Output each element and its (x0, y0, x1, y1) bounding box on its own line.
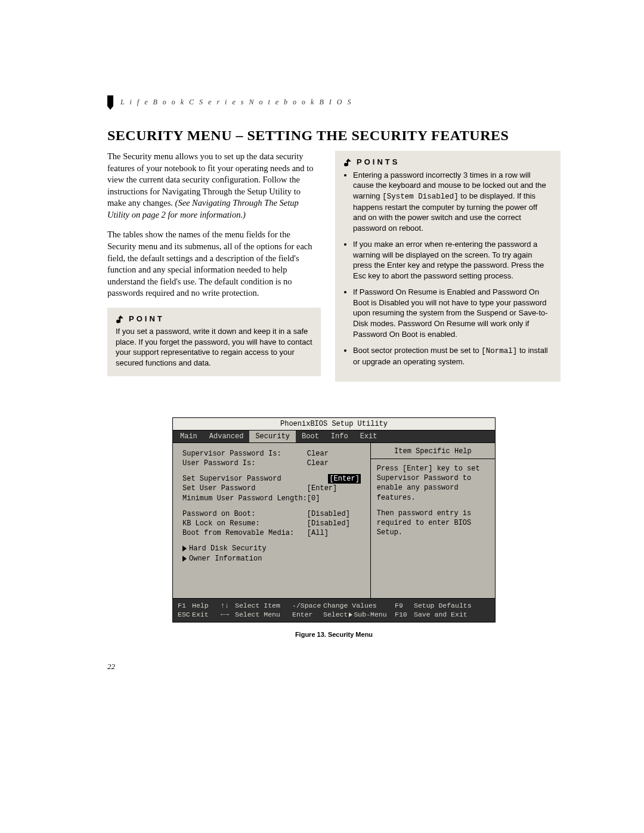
bios-row[interactable]: Set Supervisor Password[Enter] (182, 474, 361, 484)
bios-field-value[interactable]: [All] (307, 528, 361, 538)
bios-tab-bar: Main Advanced Security Boot Info Exit (173, 431, 495, 443)
points-list: Entering a password incorrectly 3 times … (343, 170, 552, 367)
p1-code: [System Disabled] (382, 193, 459, 201)
bios-field-value: Clear (307, 459, 361, 468)
bios-help-panel: Item Specific Help Press [Enter] key to … (371, 443, 495, 598)
page-number: 22 (107, 662, 561, 671)
action-exit: Exit (192, 610, 221, 620)
points-item: Entering a password incorrectly 3 times … (353, 170, 552, 234)
action-select-menu: Select Menu (235, 610, 292, 620)
key-esc: ESC (178, 610, 192, 620)
points-item: If you make an error when re-entering th… (353, 239, 552, 281)
key-updown: ↑↓ (221, 601, 235, 611)
bios-field-value: Clear (307, 449, 361, 459)
triangle-right-icon (182, 556, 187, 562)
bios-row[interactable]: Set User Password[Enter] (182, 484, 361, 493)
bios-field-value[interactable]: [Disabled] (307, 519, 361, 528)
key-f10: F10 (395, 610, 414, 620)
key-f9: F9 (395, 601, 414, 611)
bios-screenshot: PhoenixBIOS Setup Utility Main Advanced … (172, 417, 496, 623)
bios-field-label: Set Supervisor Password (182, 474, 328, 484)
bios-title: PhoenixBIOS Setup Utility (173, 418, 495, 431)
bios-help-text-1: Press [Enter] key to set Supervisor Pass… (377, 464, 489, 503)
bios-tab-main[interactable]: Main (174, 431, 203, 442)
bios-submenu[interactable]: Hard Disk Security (182, 544, 361, 553)
bios-field-value[interactable]: [Enter] (307, 484, 361, 493)
svg-point-1 (116, 320, 120, 323)
points-item: If Password On Resume is Enabled and Pas… (353, 287, 552, 339)
bios-field-label: Set User Password (182, 484, 307, 493)
bios-submenu[interactable]: Owner Information (182, 554, 361, 563)
header-marker-icon (107, 95, 113, 110)
bios-footer-row: F1 Help ↑↓ Select Item -/Space Change Va… (178, 601, 490, 611)
point-callout: POINT If you set a password, write it do… (107, 308, 321, 377)
bios-tab-exit[interactable]: Exit (354, 431, 383, 442)
action-select-submenu: SelectSub-Menu (323, 610, 395, 620)
p2-pre: If you make an error when re-entering th… (353, 240, 544, 280)
bios-row[interactable]: Boot from Removable Media:[All] (182, 528, 361, 538)
bios-footer: F1 Help ↑↓ Select Item -/Space Change Va… (173, 598, 495, 622)
bios-row: Supervisor Password Is:Clear (182, 449, 361, 459)
bios-body: Supervisor Password Is:Clear User Passwo… (173, 443, 495, 598)
bios-field-label: Minimum User Password Length: (182, 494, 307, 503)
points-title-row: POINTS (343, 157, 552, 168)
document-page: L i f e B o o k C S e r i e s N o t e b … (0, 0, 644, 707)
bios-row[interactable]: Minimum User Password Length:[0] (182, 494, 361, 503)
points-title: POINTS (357, 157, 400, 168)
points-callout: POINTS Entering a password incorrectly 3… (335, 151, 561, 382)
key-enter: Enter (292, 610, 323, 620)
action-select-item: Select Item (235, 601, 292, 611)
bios-field-label: Password on Boot: (182, 509, 307, 519)
bios-tab-security[interactable]: Security (249, 431, 296, 442)
p4-code: [Normal] (481, 347, 517, 355)
svg-marker-0 (107, 95, 113, 110)
p3-pre: If Password On Resume is Enabled and Pas… (353, 287, 548, 338)
bios-row: User Password Is:Clear (182, 459, 361, 468)
intro-paragraph-1: The Security menu allows you to set up t… (107, 151, 321, 221)
bios-field-label: Supervisor Password Is: (182, 449, 307, 459)
bios-tab-advanced[interactable]: Advanced (203, 431, 250, 442)
action-save-exit: Save and Exit (414, 610, 490, 620)
pointer-hand-icon (116, 314, 125, 324)
pointer-hand-icon (343, 157, 353, 167)
figure-caption: Figure 13. Security Menu (107, 631, 561, 638)
bios-field-value[interactable]: [Disabled] (307, 509, 361, 519)
bios-help-title: Item Specific Help (371, 443, 495, 459)
bios-field-label: Boot from Removable Media: (182, 528, 307, 538)
key-leftright: ←→ (221, 610, 235, 620)
point-title: POINT (129, 314, 165, 324)
svg-point-2 (344, 163, 348, 166)
bios-tab-info[interactable]: Info (325, 431, 354, 442)
point-body: If you set a password, write it down and… (116, 326, 312, 368)
point-title-row: POINT (116, 314, 312, 324)
bios-help-text-2: Then password entry is required to enter… (377, 509, 489, 538)
action-help: Help (192, 601, 221, 611)
key-f1: F1 (178, 601, 192, 611)
bios-left-panel: Supervisor Password Is:Clear User Passwo… (173, 443, 371, 598)
action-change-values: Change Values (323, 601, 395, 611)
two-column-layout: The Security menu allows you to set up t… (107, 151, 561, 382)
intro-paragraph-2: The tables show the names of the menu fi… (107, 229, 321, 299)
action-setup-defaults: Setup Defaults (414, 601, 490, 611)
p4-pre: Boot sector protection must be set to (353, 346, 481, 355)
bios-tab-boot[interactable]: Boot (296, 431, 325, 442)
bios-row[interactable]: Password on Boot:[Disabled] (182, 509, 361, 519)
section-title: SECURITY MENU – SETTING THE SECURITY FEA… (107, 128, 561, 144)
left-column: The Security menu allows you to set up t… (107, 151, 321, 376)
key-space: -/Space (292, 601, 323, 611)
triangle-right-icon (182, 546, 187, 552)
bios-footer-row: ESC Exit ←→ Select Menu Enter SelectSub-… (178, 610, 490, 620)
bios-field-value-selected[interactable]: [Enter] (328, 474, 360, 484)
bios-submenu-label: Hard Disk Security (189, 544, 267, 553)
points-item: Boot sector protection must be set to [N… (353, 345, 552, 367)
triangle-right-icon (349, 612, 352, 617)
running-head: L i f e B o o k C S e r i e s N o t e b … (107, 95, 561, 110)
bios-field-label: User Password Is: (182, 459, 307, 468)
bios-field-label: KB Lock on Resume: (182, 519, 307, 528)
bios-submenu-label: Owner Information (189, 554, 262, 563)
running-head-text: L i f e B o o k C S e r i e s N o t e b … (120, 98, 352, 106)
bios-field-value[interactable]: [0] (307, 494, 361, 503)
bios-row[interactable]: KB Lock on Resume:[Disabled] (182, 519, 361, 528)
